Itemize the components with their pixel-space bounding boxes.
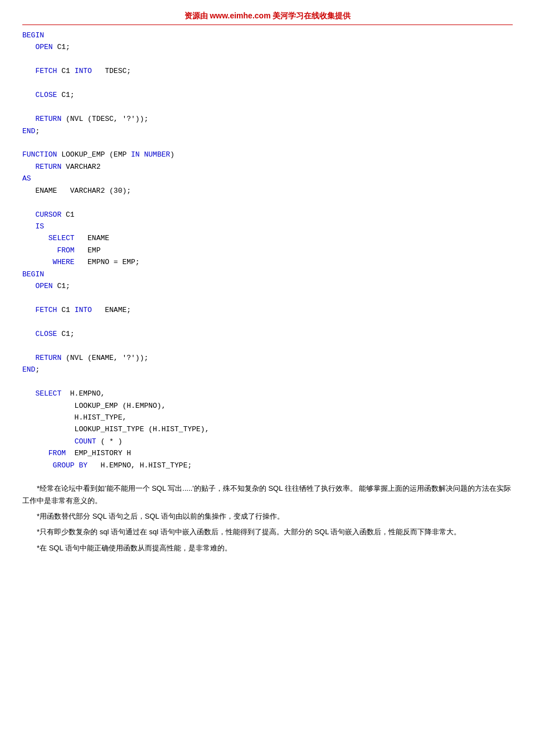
code-block: BEGIN OPEN C1; FETCH C1 INTO TDESC; CLOS… (22, 30, 513, 471)
header-text: 资源由 www.eimhe.com 美河学习在线收集提供 (184, 11, 351, 20)
prose-section: *经常在论坛中看到如'能不能用一个 SQL 写出.....'的贴子，殊不知复杂的… (22, 482, 513, 554)
page-header: 资源由 www.eimhe.com 美河学习在线收集提供 (22, 11, 513, 25)
prose-paragraph: *只有即少数复杂的 sql 语句通过在 sql 语句中嵌入函数后，性能得到了提高… (22, 526, 513, 538)
code-pre: BEGIN OPEN C1; FETCH C1 INTO TDESC; CLOS… (22, 30, 513, 471)
prose-paragraph: *经常在论坛中看到如'能不能用一个 SQL 写出.....'的贴子，殊不知复杂的… (22, 482, 513, 507)
prose-paragraph: *在 SQL 语句中能正确使用函数从而提高性能，是非常难的。 (22, 542, 513, 554)
prose-paragraph: *用函数替代部分 SQL 语句之后，SQL 语句由以前的集操作，变成了行操作。 (22, 510, 513, 523)
